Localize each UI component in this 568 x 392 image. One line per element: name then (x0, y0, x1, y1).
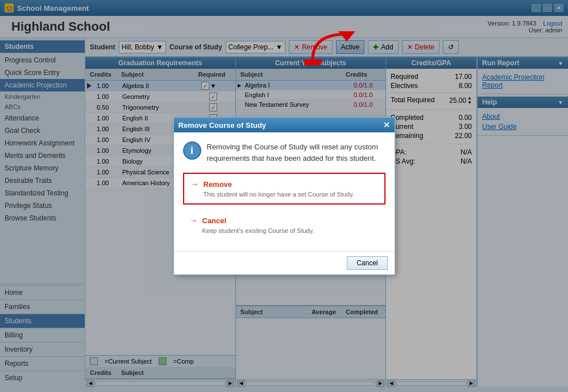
cancel-option-title: → Cancel (190, 216, 379, 225)
remove-arrow-icon: → (191, 180, 199, 189)
cancel-option-label: Cancel (202, 216, 227, 225)
modal-titlebar: Remove Course of Study ✕ (174, 118, 395, 132)
remove-course-modal: Remove Course of Study ✕ i Removing the … (173, 117, 395, 275)
remove-option[interactable]: → Remove This student will no longer hav… (183, 173, 385, 205)
cancel-option-desc: Keep student's existing Course of Study. (202, 227, 379, 234)
modal-info-section: i Removing the Course of Study will rese… (183, 141, 385, 164)
modal-cancel-button[interactable]: Cancel (347, 256, 387, 270)
cancel-arrow-icon: → (190, 216, 198, 225)
remove-option-title: → Remove (191, 180, 378, 189)
info-text: Removing the Course of Study will reset … (207, 141, 385, 164)
modal-body: i Removing the Course of Study will rese… (174, 132, 395, 251)
remove-option-label: Remove (204, 180, 233, 189)
remove-option-desc: This student will no longer have a set C… (204, 191, 378, 198)
cancel-option[interactable]: → Cancel Keep student's existing Course … (183, 210, 385, 240)
modal-title: Remove Course of Study (179, 121, 267, 130)
modal-overlay: Remove Course of Study ✕ i Removing the … (0, 0, 568, 392)
modal-footer: Cancel (174, 251, 395, 274)
info-icon: i (183, 141, 201, 160)
modal-close-button[interactable]: ✕ (383, 120, 390, 130)
